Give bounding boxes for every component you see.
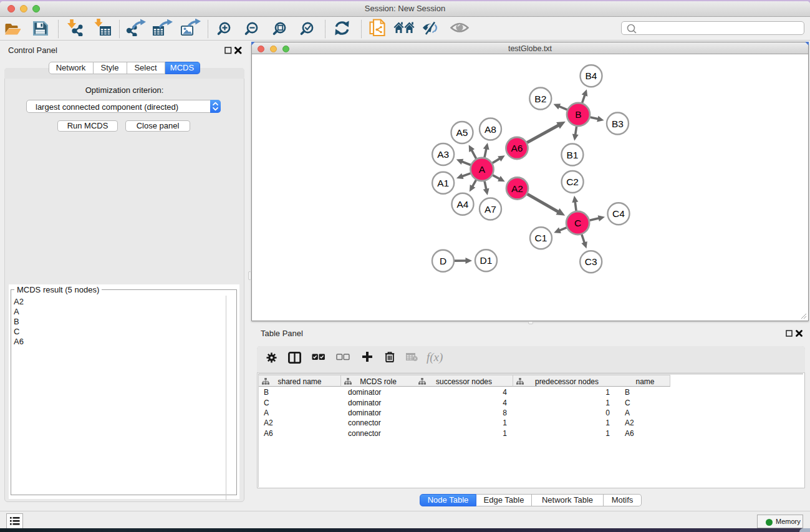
svg-text:A7: A7 bbox=[485, 204, 496, 215]
svg-text:C4: C4 bbox=[612, 208, 625, 219]
svg-text:C: C bbox=[574, 218, 581, 228]
svg-text:D: D bbox=[440, 256, 446, 266]
svg-text:A3: A3 bbox=[437, 149, 449, 160]
svg-text:A4: A4 bbox=[457, 199, 469, 210]
svg-text:B4: B4 bbox=[586, 70, 597, 81]
svg-text:B2: B2 bbox=[534, 94, 546, 104]
svg-text:A: A bbox=[479, 164, 486, 175]
svg-text:C3: C3 bbox=[585, 256, 597, 267]
svg-text:C1: C1 bbox=[535, 233, 547, 243]
svg-text:B1: B1 bbox=[566, 150, 578, 160]
svg-text:A8: A8 bbox=[485, 124, 496, 135]
svg-text:A1: A1 bbox=[437, 178, 449, 188]
svg-text:A2: A2 bbox=[511, 183, 523, 194]
svg-text:C2: C2 bbox=[566, 177, 579, 187]
svg-text:A6: A6 bbox=[511, 143, 523, 153]
svg-text:A5: A5 bbox=[456, 127, 468, 138]
svg-text:B3: B3 bbox=[612, 118, 624, 129]
svg-text:D1: D1 bbox=[480, 255, 493, 266]
svg-text:B: B bbox=[575, 109, 581, 120]
